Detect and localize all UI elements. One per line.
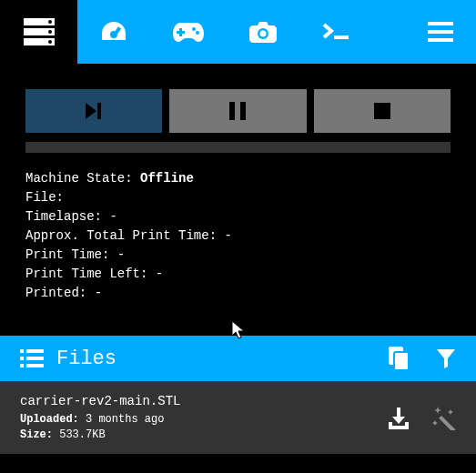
svg-rect-9 bbox=[177, 31, 185, 34]
print-time-value: - bbox=[117, 247, 125, 262]
progress-bar bbox=[25, 142, 451, 153]
stop-icon bbox=[374, 103, 390, 119]
file-size-label: Size: bbox=[20, 428, 59, 441]
gamepad-icon[interactable] bbox=[173, 22, 204, 42]
file-actions bbox=[387, 407, 456, 430]
filter-icon[interactable] bbox=[436, 348, 456, 368]
dashboard-icon[interactable] bbox=[100, 20, 127, 44]
svg-rect-18 bbox=[97, 103, 101, 119]
download-icon[interactable] bbox=[387, 407, 410, 430]
stop-button[interactable] bbox=[314, 89, 451, 133]
status-panel: Machine State: Offline File: Timelapse: … bbox=[0, 164, 476, 308]
svg-point-4 bbox=[48, 30, 52, 34]
file-name: carrier-rev2-main.STL bbox=[20, 394, 387, 408]
server-icon bbox=[24, 18, 55, 45]
svg-rect-23 bbox=[26, 349, 44, 353]
file-uploaded-label: Uploaded: bbox=[20, 413, 86, 426]
file-meta: carrier-rev2-main.STL Uploaded: 3 months… bbox=[20, 394, 387, 443]
svg-rect-33 bbox=[405, 422, 409, 426]
svg-rect-19 bbox=[229, 102, 235, 120]
svg-rect-22 bbox=[20, 349, 24, 353]
nav-bar bbox=[77, 0, 476, 64]
playback-controls bbox=[0, 64, 476, 142]
machine-state-label: Machine State: bbox=[25, 171, 140, 186]
timelapse-value: - bbox=[109, 209, 116, 224]
file-uploaded-value: 3 months ago bbox=[86, 413, 164, 426]
svg-rect-16 bbox=[428, 30, 453, 34]
svg-point-3 bbox=[48, 20, 52, 24]
timelapse-label: Timelapse: bbox=[25, 209, 109, 224]
svg-rect-32 bbox=[389, 422, 392, 426]
logo-cell bbox=[0, 0, 77, 64]
print-time-label: Print Time: bbox=[25, 247, 117, 262]
menu-icon[interactable] bbox=[428, 22, 453, 42]
pause-button[interactable] bbox=[169, 89, 306, 133]
svg-rect-31 bbox=[389, 426, 409, 429]
svg-rect-14 bbox=[334, 35, 349, 39]
print-time-left-label: Print Time Left: bbox=[25, 267, 156, 281]
files-title: Files bbox=[56, 347, 116, 370]
pause-icon bbox=[229, 102, 246, 120]
svg-rect-27 bbox=[26, 364, 44, 367]
copy-icon[interactable] bbox=[389, 347, 410, 370]
file-size-value: 533.7KB bbox=[59, 428, 105, 441]
svg-rect-15 bbox=[428, 22, 453, 25]
approx-total-label: Approx. Total Print Time: bbox=[25, 228, 224, 243]
magic-wand-icon[interactable] bbox=[432, 407, 456, 430]
svg-point-10 bbox=[192, 27, 196, 31]
machine-state-value: Offline bbox=[140, 171, 194, 186]
top-bar bbox=[0, 0, 476, 64]
svg-rect-29 bbox=[394, 352, 409, 370]
svg-rect-21 bbox=[374, 103, 390, 119]
file-row[interactable]: carrier-rev2-main.STL Uploaded: 3 months… bbox=[0, 381, 476, 454]
svg-point-13 bbox=[260, 31, 267, 37]
svg-rect-20 bbox=[240, 102, 246, 120]
svg-rect-25 bbox=[26, 357, 44, 360]
printed-label: Printed: bbox=[25, 286, 95, 300]
terminal-icon[interactable] bbox=[322, 23, 349, 41]
approx-total-value: - bbox=[224, 228, 231, 243]
print-time-left-value: - bbox=[156, 267, 163, 281]
svg-point-11 bbox=[196, 31, 199, 35]
files-header: Files bbox=[0, 336, 476, 381]
svg-rect-26 bbox=[20, 364, 24, 367]
printed-value: - bbox=[95, 286, 102, 300]
svg-rect-17 bbox=[428, 38, 453, 42]
play-button[interactable] bbox=[25, 89, 162, 133]
list-icon[interactable] bbox=[20, 349, 44, 367]
file-label: File: bbox=[25, 190, 64, 205]
svg-rect-24 bbox=[20, 357, 24, 360]
camera-icon[interactable] bbox=[249, 21, 277, 43]
play-skip-icon bbox=[84, 101, 104, 121]
svg-point-5 bbox=[48, 40, 52, 44]
svg-rect-34 bbox=[439, 416, 455, 430]
